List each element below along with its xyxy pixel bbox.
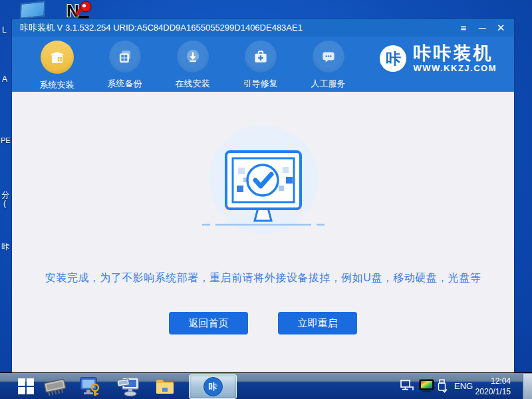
window-title: 咔咔装机 V 3.1.532.254 URID:A5C84DD9A1655055… — [12, 22, 456, 34]
start-button[interactable] — [17, 378, 35, 398]
nav-item-boot-repair[interactable]: 引导修复 — [234, 37, 287, 92]
desktop-label-fragment: 咔 — [1, 241, 9, 253]
kaka-taskbar-button[interactable]: 咔 — [189, 374, 237, 399]
install-complete-illustration — [197, 121, 330, 250]
nav-item-label: 人工服务 — [311, 78, 346, 90]
brand-logo: 咔 咔咔装机 WWW.KKZJ.COM — [380, 44, 497, 73]
kaka-logo-icon: 咔 — [380, 45, 406, 72]
display-color-tray-icon[interactable] — [419, 379, 434, 395]
kaka-app-icon: 咔 — [203, 377, 223, 396]
nav-item-human-service[interactable]: 人工服务 — [302, 37, 354, 92]
return-home-button[interactable]: 返回首页 — [169, 312, 248, 334]
titlebar: 咔咔装机 V 3.1.532.254 URID:A5C84DD9A1655055… — [12, 19, 514, 37]
n-glyph: N — [66, 1, 79, 19]
download-icon — [177, 41, 209, 72]
monitor-lock-icon[interactable] — [79, 376, 100, 399]
language-indicator[interactable]: ENG — [454, 381, 473, 391]
action-buttons: 返回首页 立即重启 — [169, 312, 357, 334]
network-tray-icon[interactable] — [400, 380, 415, 394]
nav-item-system-backup[interactable]: 系统备份 — [98, 37, 151, 92]
nav-item-label: 在线安装 — [176, 78, 210, 90]
tray-time: 12:04 — [475, 376, 511, 386]
tray-date: 2020/1/15 — [475, 386, 511, 397]
nav-item-online-install[interactable]: 在线安装 — [166, 37, 219, 92]
nav-item-label: 引导修复 — [243, 78, 278, 90]
install-box-icon — [41, 41, 74, 74]
toolbox-repair-icon — [245, 41, 277, 72]
brand-name: 咔咔装机 — [413, 44, 497, 63]
tray-clock[interactable]: 12:04 2020/1/15 — [475, 376, 511, 397]
taskbar: 咔 ENG — [0, 372, 532, 399]
nav-bar: 系统安装 系统备份 — [12, 37, 514, 92]
desktop-label-fragment: L — [2, 25, 7, 35]
completion-message: 安装完成，为了不影响系统部署，重启前请将外接设备拔掉，例如U盘，移动硬盘，光盘等 — [45, 271, 481, 285]
desktop-label-fragment: PE — [1, 136, 11, 144]
computer-keyboard-icon[interactable] — [117, 376, 140, 399]
nav-item-label: 系统备份 — [108, 78, 142, 90]
restart-now-button[interactable]: 立即重启 — [278, 312, 357, 334]
nav-item-label: 系统安装 — [40, 79, 74, 91]
desktop-partial-monitor-icon[interactable] — [20, 1, 46, 19]
close-button[interactable]: ✕ — [493, 21, 509, 35]
usb-tray-icon[interactable] — [437, 379, 448, 396]
show-desktop-button[interactable] — [523, 374, 532, 399]
backup-windows-icon — [109, 41, 141, 72]
folder-icon[interactable] — [155, 378, 175, 398]
window-controls: ≡ ─ ✕ — [456, 21, 514, 35]
chat-service-icon — [313, 41, 344, 72]
main-content: 安装完成，为了不影响系统部署，重启前请将外接设备拔掉，例如U盘，移动硬盘，光盘等… — [12, 92, 514, 372]
memory-chip-icon[interactable] — [43, 377, 68, 399]
brand-site: WWW.KKZJ.COM — [413, 63, 497, 73]
minimize-button[interactable]: ─ — [474, 21, 490, 35]
menu-button[interactable]: ≡ — [456, 21, 471, 35]
desktop-label-fragment: A — [2, 74, 7, 84]
desktop-label-fragment: ( — [3, 199, 6, 208]
nav-item-system-install[interactable]: 系统安装 — [31, 37, 83, 92]
kaka-installer-window: 咔咔装机 V 3.1.532.254 URID:A5C84DD9A1655055… — [12, 19, 514, 372]
